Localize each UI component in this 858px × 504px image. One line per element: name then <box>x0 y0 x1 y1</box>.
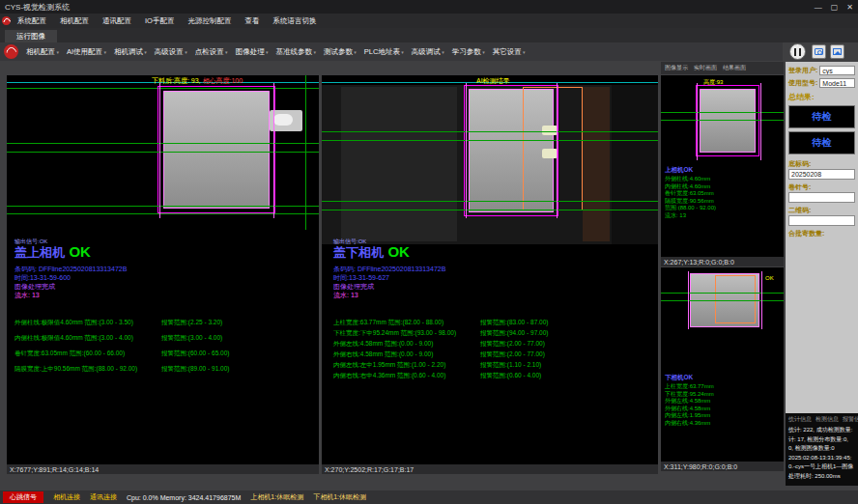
overlay-vline-pink <box>466 83 467 218</box>
login-label: 登录用户: <box>788 66 817 75</box>
overlay-vline-pink <box>697 83 698 160</box>
preview-bottom-coords: X:311;Y:980;R:0;G:0;B:0 <box>661 462 784 471</box>
minimize-icon[interactable]: — <box>815 3 822 12</box>
preview-top-coords: X:267;Y:13;R:0;G:0;B:0 <box>661 257 784 266</box>
total-result-label: 总结果: <box>788 92 855 102</box>
product-image <box>163 91 270 209</box>
title-bar: CYS-视觉检测系统 — ▢ ✕ <box>0 0 858 14</box>
menu-comm-config[interactable]: 通讯配置 <box>96 16 138 26</box>
measurement-row: 外侧柱线:极限值4.60mm 范围:(3.00 - 3.50) 报警范围:(2.… <box>14 319 229 334</box>
barcode-line: 条码码: DFFline2025020813313472B <box>14 265 127 273</box>
stats-tab[interactable]: 统计信息 <box>788 415 812 424</box>
model-value-field[interactable]: Mode11 <box>819 78 855 88</box>
measurement-row: 外侧左线:4.58mm 范围:(0.00 - 9.00) 报警范围:(2.00 … <box>333 340 548 350</box>
barcode-value-field[interactable]: 20250208 <box>788 169 855 180</box>
measurement-text: 隔膜宽度:上中90.56mm 范围:(88.00 - 92.00) <box>14 365 161 374</box>
preview-line: 上柱宽度:63.77mm <box>665 383 714 391</box>
qr-value-field[interactable] <box>788 215 855 226</box>
tool-advanced-debug[interactable]: 高级调试 <box>408 47 448 57</box>
stats-line: 2025:02:08-13:31:39:45: <box>788 454 855 463</box>
pause-button[interactable] <box>789 43 806 60</box>
measurement-text: 外侧右线:4.58mm 范围:(0.00 - 9.00) <box>333 350 480 359</box>
image-save-button[interactable] <box>830 44 844 59</box>
measurement-text: 上柱宽度:63.77mm 范围:(82.00 - 88.00) <box>333 319 480 327</box>
overlay-hline <box>661 112 784 113</box>
measurement-alarm: 报警范围:(89.00 - 91.00) <box>161 365 229 374</box>
status-bar: 心跳信号 相机连接 通讯连接 Cpu: 0.0% Memory: 3424.41… <box>0 490 858 504</box>
tool-camera-config[interactable]: 相机配置 <box>22 47 63 57</box>
measurement-text: 内侧左线:左中1.95mm 范围:(1.00 - 2.20) <box>333 361 480 370</box>
menu-system-config[interactable]: 系统配置 <box>11 16 53 26</box>
left-view-top-label: 下料后:高度: 93, 相心高度:100 <box>152 76 243 86</box>
measurement-row: 隔膜宽度:上中90.56mm 范围:(88.00 - 92.00) 报警范围:(… <box>14 365 229 380</box>
stats-tab[interactable]: 报警信息 <box>843 415 858 424</box>
stats-tab[interactable]: 检测信息 <box>815 415 839 424</box>
measurement-alarm: 报警范围:(3.00 - 4.00) <box>161 334 222 343</box>
overlay-hline <box>322 210 658 210</box>
tab-run-image[interactable]: 运行图像 <box>5 30 57 42</box>
tool-baseline-params[interactable]: 基准线参数 <box>272 47 320 57</box>
camera-capture-button[interactable] <box>812 44 826 59</box>
right-camera-view[interactable]: AI检测结果 输出信号:OK 盖下相机 OK 条码码: DFFline20250… <box>322 75 658 464</box>
measurement-row: 内侧右线:右中4.36mm 范围:(0.60 - 4.00) 报警范围:(0.6… <box>333 372 548 382</box>
batch-label: 合批寄数量: <box>788 229 855 238</box>
overlay-vline-pink <box>273 83 274 218</box>
tool-other-settings[interactable]: 其它设置 <box>489 47 529 57</box>
brand-logo-icon <box>2 16 11 25</box>
menu-io-config[interactable]: IO手配置 <box>138 16 181 26</box>
tool-advanced-settings[interactable]: 高级设置 <box>151 47 191 57</box>
preview-header-item[interactable]: 结果画面 <box>723 64 746 72</box>
preview-top-view[interactable]: 高度:93 上相机OK 外侧柱线:4.60mm 内侧柱线:4.60mm 卷针宽度… <box>661 75 784 257</box>
tab-highlight <box>273 114 293 126</box>
preview-line: 下柱宽度:95.24mm <box>665 391 714 399</box>
preview-measurements: 上柱宽度:63.77mm 下柱宽度:95.24mm 外侧左线:4.58mm 外侧… <box>665 383 714 427</box>
weld-spot <box>542 149 558 158</box>
overlay-hline <box>322 140 658 141</box>
measurement-text: 外侧左线:4.58mm 范围:(0.00 - 9.00) <box>333 340 480 349</box>
preview-line: 内侧左线:1.95mm <box>665 412 714 420</box>
left-camera-view[interactable]: 下料后:高度: 93, 相心高度:100 输出信号:OK 盖上相机 OK 条码码… <box>7 75 319 464</box>
overlay-vline-pink <box>159 83 160 218</box>
menu-light-config[interactable]: 光源控制配置 <box>181 16 238 26</box>
pin-value-field[interactable] <box>788 192 855 203</box>
left-measurement-list: 外侧柱线:极限值4.60mm 范围:(3.00 - 3.50) 报警范围:(2.… <box>14 319 229 380</box>
left-result-info: 条码码: DFFline2025020813313472B 时间:13-31-5… <box>14 265 127 299</box>
time-line: 时间:13-31-59-627 <box>333 273 445 282</box>
preview-line: 外侧右线:4.58mm <box>665 406 714 413</box>
preview-bottom-view[interactable]: OK 下相机OK 上柱宽度:63.77mm 下柱宽度:95.24mm 外侧左线:… <box>661 267 784 462</box>
preview-line: 流水: 13 <box>665 212 716 220</box>
toolbar-logo-icon <box>4 44 18 59</box>
menu-camera-config[interactable]: 相机配置 <box>53 16 96 26</box>
tool-ai-config[interactable]: AI使用配置 <box>63 47 110 57</box>
barcode-line: 条码码: DFFline2025020813313472B <box>333 265 445 273</box>
preview-line: 外侧柱线:4.60mm <box>665 176 716 183</box>
tool-plc-address[interactable]: PLC地址表 <box>360 47 408 57</box>
measurement-alarm: 报警范围:(2.00 - 77.00) <box>480 350 545 359</box>
stats-panel: 统计信息 检测信息 报警信息 统计: 222, 成功检测数量: 计: 17, 检… <box>786 413 858 486</box>
login-value-field[interactable]: cys <box>819 66 855 75</box>
model-row: 使用型号: Mode11 <box>788 78 855 88</box>
overlay-vline-pink <box>688 271 689 329</box>
tool-camera-debug[interactable]: 相机调试 <box>110 47 151 57</box>
right-result-info: 条码码: DFFline2025020813313472B 时间:13-31-5… <box>333 265 445 299</box>
menu-language-switch[interactable]: 系统语言切换 <box>266 16 323 26</box>
measurement-text: 卷针宽度:63.05mm 范围:(60.00 - 66.00) <box>14 350 161 358</box>
preview-header-item[interactable]: 图像显示 <box>665 64 688 72</box>
comm-connection-status: 通讯连接 <box>90 492 117 502</box>
measurement-text: 外侧柱线:极限值4.60mm 范围:(3.00 - 3.50) <box>14 319 161 327</box>
measurement-row: 外侧右线:4.58mm 范围:(0.00 - 9.00) 报警范围:(2.00 … <box>333 350 548 361</box>
preview-header-item[interactable]: 实时画面 <box>694 64 717 72</box>
tool-learning-params[interactable]: 学习参数 <box>448 47 489 57</box>
time-line: 时间:13-31-59-600 <box>14 273 127 282</box>
preview-line: 范围:(88.00 - 92.00) <box>665 205 716 212</box>
tool-spot-check[interactable]: 点检设置 <box>191 47 232 57</box>
tab-strip: 运行图像 <box>0 28 858 42</box>
tool-image-process[interactable]: 图像处理 <box>232 47 272 57</box>
overlay-vline-pink <box>557 83 558 218</box>
tool-test-params[interactable]: 测试参数 <box>320 47 360 57</box>
close-icon[interactable]: ✕ <box>846 3 853 12</box>
stats-line: 计: 17, 检测分布数量:0, <box>788 435 855 445</box>
menu-view[interactable]: 查看 <box>238 16 266 26</box>
maximize-icon[interactable]: ▢ <box>831 3 839 12</box>
measurement-row: 内侧左线:左中1.95mm 范围:(1.00 - 2.20) 报警范围:(1.1… <box>333 361 548 372</box>
